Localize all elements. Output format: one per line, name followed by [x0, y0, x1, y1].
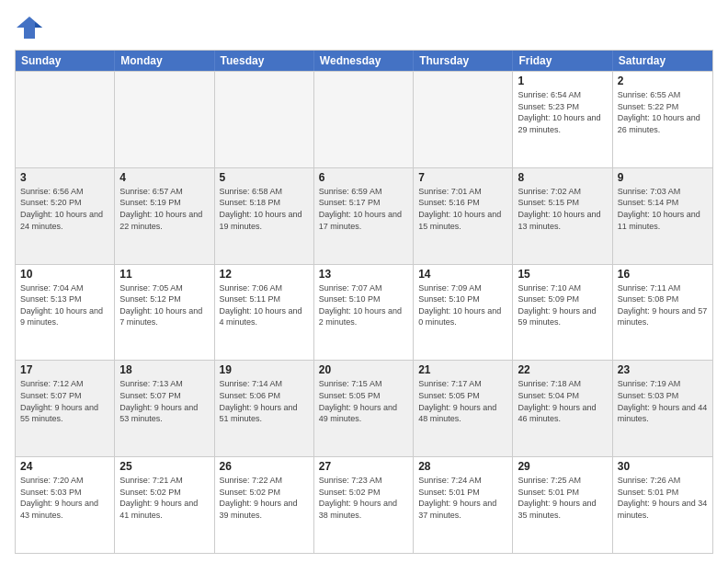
day-number: 10: [20, 268, 109, 281]
day-info: Sunrise: 7:12 AM Sunset: 5:07 PM Dayligh…: [20, 378, 109, 424]
day-info: Sunrise: 7:04 AM Sunset: 5:13 PM Dayligh…: [20, 282, 109, 328]
day-info: Sunrise: 6:54 AM Sunset: 5:23 PM Dayligh…: [518, 89, 607, 135]
weekday-header-thursday: Thursday: [414, 51, 513, 71]
day-info: Sunrise: 7:14 AM Sunset: 5:06 PM Dayligh…: [220, 378, 309, 424]
calendar-row-1: 1Sunrise: 6:54 AM Sunset: 5:23 PM Daylig…: [16, 71, 712, 167]
day-info: Sunrise: 7:02 AM Sunset: 5:15 PM Dayligh…: [518, 186, 607, 232]
logo-icon: [15, 15, 44, 40]
calendar-cell: 28Sunrise: 7:24 AM Sunset: 5:01 PM Dayli…: [414, 457, 513, 553]
day-number: 22: [518, 363, 607, 376]
calendar-cell: [16, 72, 115, 167]
calendar-cell: 11Sunrise: 7:05 AM Sunset: 5:12 PM Dayli…: [115, 265, 214, 361]
weekday-header-saturday: Saturday: [613, 51, 712, 71]
calendar-cell: [115, 72, 214, 167]
calendar-cell: 9Sunrise: 7:03 AM Sunset: 5:14 PM Daylig…: [613, 168, 712, 264]
calendar-cell: 1Sunrise: 6:54 AM Sunset: 5:23 PM Daylig…: [513, 72, 612, 167]
day-number: 30: [618, 460, 708, 473]
day-number: 27: [319, 460, 408, 473]
day-number: 24: [20, 460, 109, 473]
day-number: 4: [119, 171, 209, 184]
day-number: 11: [119, 268, 209, 281]
day-info: Sunrise: 7:01 AM Sunset: 5:16 PM Dayligh…: [418, 186, 507, 232]
day-info: Sunrise: 7:23 AM Sunset: 5:02 PM Dayligh…: [319, 475, 408, 521]
calendar-cell: 25Sunrise: 7:21 AM Sunset: 5:02 PM Dayli…: [115, 457, 214, 553]
calendar-cell: 6Sunrise: 6:59 AM Sunset: 5:17 PM Daylig…: [314, 168, 414, 264]
day-number: 21: [418, 363, 507, 376]
weekday-header-monday: Monday: [115, 51, 214, 71]
calendar-cell: 4Sunrise: 6:57 AM Sunset: 5:19 PM Daylig…: [115, 168, 214, 264]
day-number: 5: [220, 171, 309, 184]
day-number: 14: [418, 268, 507, 281]
weekday-header-sunday: Sunday: [16, 51, 115, 71]
calendar: SundayMondayTuesdayWednesdayThursdayFrid…: [15, 50, 713, 554]
calendar-cell: 8Sunrise: 7:02 AM Sunset: 5:15 PM Daylig…: [513, 168, 612, 264]
calendar-row-5: 24Sunrise: 7:20 AM Sunset: 5:03 PM Dayli…: [16, 456, 712, 553]
day-number: 1: [518, 75, 607, 87]
calendar-cell: 26Sunrise: 7:22 AM Sunset: 5:02 PM Dayli…: [215, 457, 314, 553]
day-info: Sunrise: 7:21 AM Sunset: 5:02 PM Dayligh…: [119, 475, 209, 521]
day-info: Sunrise: 6:56 AM Sunset: 5:20 PM Dayligh…: [20, 186, 109, 232]
day-number: 28: [418, 460, 507, 473]
weekday-header-friday: Friday: [513, 51, 612, 71]
day-info: Sunrise: 6:59 AM Sunset: 5:17 PM Dayligh…: [319, 186, 408, 232]
calendar-cell: 30Sunrise: 7:26 AM Sunset: 5:01 PM Dayli…: [613, 457, 712, 553]
calendar-cell: 23Sunrise: 7:19 AM Sunset: 5:03 PM Dayli…: [613, 361, 712, 456]
calendar-cell: 27Sunrise: 7:23 AM Sunset: 5:02 PM Dayli…: [314, 457, 414, 553]
day-info: Sunrise: 7:10 AM Sunset: 5:09 PM Dayligh…: [518, 282, 607, 328]
day-info: Sunrise: 6:55 AM Sunset: 5:22 PM Dayligh…: [618, 89, 708, 135]
calendar-cell: 19Sunrise: 7:14 AM Sunset: 5:06 PM Dayli…: [215, 361, 314, 456]
day-number: 13: [319, 268, 408, 281]
day-number: 29: [518, 460, 607, 473]
day-info: Sunrise: 6:57 AM Sunset: 5:19 PM Dayligh…: [119, 186, 209, 232]
day-number: 8: [518, 171, 607, 184]
calendar-cell: [215, 72, 314, 167]
day-number: 9: [618, 171, 708, 184]
day-info: Sunrise: 7:17 AM Sunset: 5:05 PM Dayligh…: [418, 378, 507, 424]
calendar-cell: 5Sunrise: 6:58 AM Sunset: 5:18 PM Daylig…: [215, 168, 314, 264]
calendar-cell: 24Sunrise: 7:20 AM Sunset: 5:03 PM Dayli…: [16, 457, 115, 553]
calendar-row-2: 3Sunrise: 6:56 AM Sunset: 5:20 PM Daylig…: [16, 167, 712, 264]
calendar-cell: [314, 72, 414, 167]
calendar-row-4: 17Sunrise: 7:12 AM Sunset: 5:07 PM Dayli…: [16, 360, 712, 456]
day-number: 20: [319, 363, 408, 376]
calendar-cell: 20Sunrise: 7:15 AM Sunset: 5:05 PM Dayli…: [314, 361, 414, 456]
day-number: 19: [220, 363, 309, 376]
calendar-body: 1Sunrise: 6:54 AM Sunset: 5:23 PM Daylig…: [16, 71, 712, 553]
day-info: Sunrise: 7:19 AM Sunset: 5:03 PM Dayligh…: [618, 378, 708, 424]
day-number: 2: [618, 75, 708, 87]
day-info: Sunrise: 7:25 AM Sunset: 5:01 PM Dayligh…: [518, 475, 607, 521]
calendar-cell: 2Sunrise: 6:55 AM Sunset: 5:22 PM Daylig…: [613, 72, 712, 167]
calendar-cell: 21Sunrise: 7:17 AM Sunset: 5:05 PM Dayli…: [414, 361, 513, 456]
calendar-cell: 17Sunrise: 7:12 AM Sunset: 5:07 PM Dayli…: [16, 361, 115, 456]
calendar-cell: 15Sunrise: 7:10 AM Sunset: 5:09 PM Dayli…: [513, 265, 612, 361]
calendar-cell: 29Sunrise: 7:25 AM Sunset: 5:01 PM Dayli…: [513, 457, 612, 553]
calendar-cell: 14Sunrise: 7:09 AM Sunset: 5:10 PM Dayli…: [414, 265, 513, 361]
logo: [15, 15, 46, 40]
header: [15, 15, 713, 40]
day-number: 12: [220, 268, 309, 281]
day-info: Sunrise: 7:24 AM Sunset: 5:01 PM Dayligh…: [418, 475, 507, 521]
calendar-cell: 22Sunrise: 7:18 AM Sunset: 5:04 PM Dayli…: [513, 361, 612, 456]
day-info: Sunrise: 7:22 AM Sunset: 5:02 PM Dayligh…: [220, 475, 309, 521]
day-info: Sunrise: 7:20 AM Sunset: 5:03 PM Dayligh…: [20, 475, 109, 521]
day-info: Sunrise: 7:13 AM Sunset: 5:07 PM Dayligh…: [119, 378, 209, 424]
day-info: Sunrise: 7:11 AM Sunset: 5:08 PM Dayligh…: [618, 282, 708, 328]
calendar-cell: 12Sunrise: 7:06 AM Sunset: 5:11 PM Dayli…: [215, 265, 314, 361]
day-number: 6: [319, 171, 408, 184]
day-info: Sunrise: 7:07 AM Sunset: 5:10 PM Dayligh…: [319, 282, 408, 328]
day-number: 23: [618, 363, 708, 376]
day-number: 15: [518, 268, 607, 281]
day-info: Sunrise: 7:18 AM Sunset: 5:04 PM Dayligh…: [518, 378, 607, 424]
calendar-cell: [414, 72, 513, 167]
day-number: 3: [20, 171, 109, 184]
day-number: 26: [220, 460, 309, 473]
day-info: Sunrise: 7:09 AM Sunset: 5:10 PM Dayligh…: [418, 282, 507, 328]
page: SundayMondayTuesdayWednesdayThursdayFrid…: [0, 0, 728, 563]
day-number: 18: [119, 363, 209, 376]
day-number: 16: [618, 268, 708, 281]
calendar-cell: 13Sunrise: 7:07 AM Sunset: 5:10 PM Dayli…: [314, 265, 414, 361]
calendar-row-3: 10Sunrise: 7:04 AM Sunset: 5:13 PM Dayli…: [16, 264, 712, 361]
calendar-cell: 3Sunrise: 6:56 AM Sunset: 5:20 PM Daylig…: [16, 168, 115, 264]
calendar-cell: 18Sunrise: 7:13 AM Sunset: 5:07 PM Dayli…: [115, 361, 214, 456]
calendar-cell: 16Sunrise: 7:11 AM Sunset: 5:08 PM Dayli…: [613, 265, 712, 361]
